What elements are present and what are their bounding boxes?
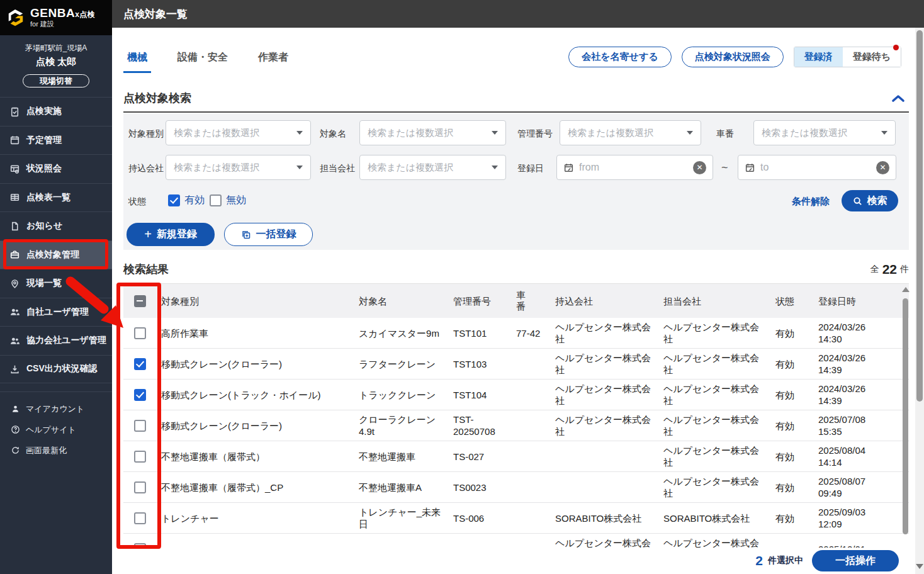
sidebar-item-label: CSV出力状況確認 xyxy=(26,363,98,374)
cell-charge: ヘルプセンター株式会社 xyxy=(661,383,773,407)
sidebar-item-csv-export-status[interactable]: CSV出力状況確認 xyxy=(0,355,112,384)
switch-site-button[interactable]: 現場切替 xyxy=(23,74,89,87)
sidebar-item-status-inquiry[interactable]: 状況照会 xyxy=(0,154,112,183)
cell-type: 移動式クレーン(トラック・ホイール) xyxy=(159,389,356,401)
new-register-button[interactable]: + 新規登録 xyxy=(127,223,215,246)
page-scrollbar[interactable] xyxy=(915,28,924,574)
row-checkbox[interactable] xyxy=(134,451,146,463)
row-checkbox[interactable] xyxy=(134,389,146,401)
tab-equipment-safety[interactable]: 設備・安全 xyxy=(174,47,232,73)
copy-plus-icon xyxy=(241,230,251,240)
logo-sub: for 建設 xyxy=(30,20,95,29)
sidebar-item-notices[interactable]: お知らせ xyxy=(0,211,112,240)
cell-mgmt: TS-027 xyxy=(451,451,514,463)
segment-registered[interactable]: 登録済 xyxy=(794,47,843,67)
sidebar-item-inspection-run[interactable]: 点検実施 xyxy=(0,97,112,126)
cell-name: ラフタークレーン xyxy=(356,358,451,370)
cell-mgmt: TST-20250708 xyxy=(451,414,514,437)
sidebar-item-schedule[interactable]: 予定管理 xyxy=(0,126,112,155)
status-valid-option[interactable]: 有効 xyxy=(168,194,205,207)
status-invalid-label: 無効 xyxy=(226,194,246,207)
clear-date-from-icon[interactable]: ✕ xyxy=(693,161,706,174)
sidebar-item-label: 予定管理 xyxy=(26,135,62,146)
cell-type: 移動式クレーン(クローラー) xyxy=(159,420,356,432)
tab-bar: 機械 設備・安全 作業者 xyxy=(123,47,292,73)
table-row[interactable]: トレンチャー トレンチャー_未来日 TS-006 SORABITO株式会社 SO… xyxy=(123,503,909,534)
filter-select-type[interactable]: 検索または複数選択 xyxy=(166,120,311,145)
bulk-operation-button[interactable]: 一括操作 xyxy=(812,550,899,571)
filter-select-bring[interactable]: 検索または複数選択 xyxy=(166,155,311,180)
sidebar-item-label: 点検実施 xyxy=(26,106,62,117)
cell-car: 77-42 xyxy=(514,327,553,339)
filter-label-status: 状態 xyxy=(128,196,146,208)
date-to-input[interactable]: to ✕ xyxy=(738,155,896,180)
clear-date-to-icon[interactable]: ✕ xyxy=(876,161,889,174)
site-name: 茅場町駅前_現場A xyxy=(0,43,112,53)
select-all-checkbox[interactable] xyxy=(134,295,146,307)
row-checkbox[interactable] xyxy=(134,327,146,339)
page-scrollbar-thumb[interactable] xyxy=(916,30,923,402)
table-row[interactable]: 移動式クレーン(クローラー) クローラクレーン4.9t TST-20250708… xyxy=(123,410,909,441)
tab-machine[interactable]: 機械 xyxy=(123,47,151,73)
sidebar-item-refresh-screen[interactable]: 画面最新化 xyxy=(0,440,112,461)
row-checkbox[interactable] xyxy=(134,512,146,524)
filter-select-mgmt[interactable]: 検索または複数選択 xyxy=(560,120,701,145)
plus-icon: + xyxy=(144,227,152,242)
table-row[interactable]: 移動式クレーン(トラック・ホイール) トラッククレーン TST104 ヘルプセン… xyxy=(123,380,909,410)
scroll-down-arrow-icon[interactable] xyxy=(916,564,923,569)
app-logo: GENBAx点検 for 建設 xyxy=(0,0,112,35)
map-pin-icon xyxy=(9,278,20,289)
bulk-register-button[interactable]: 一括登録 xyxy=(224,223,313,246)
sidebar-item-partner-users[interactable]: 協力会社ユーザ管理 xyxy=(0,326,112,355)
total-count: 全 22 件 xyxy=(870,262,909,277)
cell-date: 2025/09/03 12:09 xyxy=(816,506,896,530)
search-filter-panel: 対象種別 検索または複数選択 対象名 検索または複数選択 管理番号 検索または複… xyxy=(123,113,909,250)
table-scrollbar[interactable] xyxy=(901,286,910,545)
date-range-tilde: ~ xyxy=(721,161,728,174)
status-invalid-option[interactable]: 無効 xyxy=(210,194,246,207)
sidebar-item-my-account[interactable]: マイアカウント xyxy=(0,398,112,419)
table-row[interactable]: 不整地運搬車（履帯式）_CP 不整地運搬車A TS0023 ヘルプセンター株式会… xyxy=(123,472,909,503)
scroll-up-arrow-icon[interactable] xyxy=(902,287,910,292)
cell-status: 有効 xyxy=(773,420,816,432)
date-from-input[interactable]: from ✕ xyxy=(556,155,713,180)
filter-select-name[interactable]: 検索または複数選択 xyxy=(359,120,506,145)
sidebar-item-help-site[interactable]: ヘルプサイト xyxy=(0,419,112,440)
status-valid-checkbox[interactable] xyxy=(168,194,180,206)
calendar-edit-icon xyxy=(745,162,755,173)
merge-companies-button[interactable]: 会社を名寄せする xyxy=(568,47,671,67)
segment-waiting[interactable]: 登録待ち xyxy=(843,47,901,67)
filter-select-car[interactable]: 検索または複数選択 xyxy=(753,120,896,145)
clipboard-check-icon xyxy=(9,106,20,117)
sidebar-item-own-users[interactable]: 自社ユーザ管理 xyxy=(0,298,112,327)
search-button[interactable]: 検索 xyxy=(842,190,898,211)
table-row[interactable]: 移動式クレーン(クローラー) ラフタークレーン TST103 ヘルプセンター株式… xyxy=(123,349,909,380)
results-title: 検索結果 xyxy=(123,262,169,277)
table-row[interactable]: 不整地運搬車（履帯式） 不整地運搬車 TS-027 ヘルプセンター株式会社 有効… xyxy=(123,441,909,472)
collapse-chevron-up-icon[interactable] xyxy=(891,94,905,103)
clear-conditions-link[interactable]: 条件解除 xyxy=(792,196,830,208)
table-row[interactable]: ヘルプセンター株式会社 ヘルプセンター株式会社 2025/12/01 xyxy=(123,534,909,548)
tab-workers[interactable]: 作業者 xyxy=(254,47,292,73)
sidebar-item-site-list[interactable]: 現場一覧 xyxy=(0,269,112,298)
select-placeholder: 検索または複数選択 xyxy=(368,162,453,174)
chevron-down-icon xyxy=(687,131,693,135)
cell-charge: ヘルプセンター株式会社 xyxy=(661,475,773,499)
sidebar-item-inspection-target-mgmt[interactable]: 点検対象管理 xyxy=(0,240,112,269)
sidebar-item-checklist[interactable]: 点検表一覧 xyxy=(0,183,112,212)
column-header-car: 車番 xyxy=(516,290,527,312)
row-checkbox[interactable] xyxy=(134,481,146,493)
filter-select-charge[interactable]: 検索または複数選択 xyxy=(359,155,506,180)
toolbox-icon xyxy=(9,249,20,260)
table-row[interactable]: 高所作業車 スカイマスター9m TST101 77-42 ヘルプセンター株式会社… xyxy=(123,318,909,349)
row-checkbox[interactable] xyxy=(134,358,146,370)
target-status-inquiry-button[interactable]: 点検対象状況照会 xyxy=(682,47,784,67)
status-invalid-checkbox[interactable] xyxy=(210,194,222,206)
users-icon xyxy=(9,307,20,317)
filter-label-charge: 担当会社 xyxy=(320,163,355,174)
row-checkbox[interactable] xyxy=(134,543,146,548)
table-scrollbar-thumb[interactable] xyxy=(903,298,908,534)
row-checkbox[interactable] xyxy=(134,420,146,432)
cell-name: スカイマスター9m xyxy=(356,327,451,339)
cell-name: 不整地運搬車 xyxy=(356,451,451,463)
